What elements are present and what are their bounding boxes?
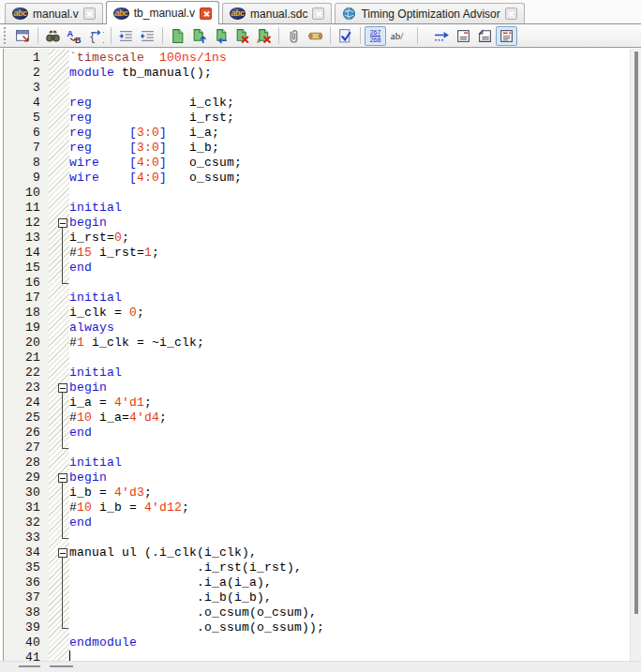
line-number: 38: [0, 605, 46, 620]
replace-button[interactable]: A B: [64, 26, 85, 46]
fold-guide-line: [62, 575, 63, 590]
braces-arrow-icon: { }: [88, 28, 104, 44]
code-line[interactable]: 13i_rst=0;: [0, 231, 630, 246]
fold-guide-line: [62, 605, 63, 620]
page-back-button[interactable]: [210, 26, 231, 46]
grip-dash: [50, 665, 73, 667]
code-line[interactable]: 9wire [4:0] o_ssum;: [0, 171, 630, 186]
code-line[interactable]: 25#10 i_a=4'd4;: [0, 411, 630, 426]
code-line[interactable]: 29begin: [0, 470, 630, 485]
code-line[interactable]: 19always: [0, 321, 630, 336]
attach-button[interactable]: [283, 26, 305, 46]
code-line[interactable]: 20#1 i_clk = ~i_clk;: [0, 336, 630, 351]
code-text: .i_b(i_b),: [69, 590, 630, 605]
code-line[interactable]: 40endmodule: [0, 635, 630, 650]
insert-page-button[interactable]: [167, 26, 188, 46]
tab-close-icon[interactable]: [200, 7, 212, 20]
code-line[interactable]: 22initial: [0, 366, 630, 381]
fold-toggle-icon[interactable]: [58, 473, 67, 483]
code-line[interactable]: 4reg i_clk;: [0, 96, 630, 111]
line-numbers-toggle[interactable]: 267 268: [365, 26, 386, 46]
code-line[interactable]: 10: [0, 186, 630, 201]
code-line[interactable]: 11initial: [0, 201, 630, 216]
line-number: 21: [0, 351, 46, 366]
find-button[interactable]: [42, 26, 64, 46]
goto-brace-button[interactable]: { }: [85, 26, 107, 46]
tab-close-icon[interactable]: [83, 7, 96, 20]
open-in-window-button[interactable]: [12, 26, 34, 46]
line-number: 34: [0, 545, 46, 560]
code-line[interactable]: 7reg [3:0] i_b;: [0, 141, 630, 156]
grip-dash: [19, 665, 40, 667]
fold-cell: [46, 620, 69, 635]
code-line[interactable]: 34manual ul (.i_clk(i_clk),: [0, 545, 630, 560]
code-line[interactable]: 27: [0, 441, 630, 455]
code-line[interactable]: 3: [0, 81, 630, 96]
tab-manual-sdc[interactable]: abc manual.sdc: [222, 3, 332, 23]
code-line[interactable]: 31#10 i_b = 4'd12;: [0, 500, 630, 515]
code-line[interactable]: 39 .o_ssum(o_ssum));: [0, 620, 630, 635]
view-folded-document-button[interactable]: [474, 26, 496, 46]
fold-toggle-icon[interactable]: [58, 548, 67, 558]
tab-manual-v[interactable]: abc manual.v: [5, 3, 103, 23]
trace-arrow-button[interactable]: [431, 26, 453, 46]
vertical-scrollbar-thumb[interactable]: [634, 52, 638, 614]
fold-guide-corner: [62, 276, 68, 284]
code-line[interactable]: 28initial: [0, 455, 630, 470]
code-line[interactable]: 18i_clk = 0;: [0, 306, 630, 321]
code-line[interactable]: 38 .o_csum(o_csum),: [0, 605, 630, 620]
code-editor[interactable]: 1`timescale 100ns/1ns2module tb_manual()…: [0, 49, 630, 661]
view-document-button[interactable]: [453, 26, 474, 46]
fold-guide-line: [62, 515, 63, 530]
code-line[interactable]: 17initial: [0, 291, 630, 306]
code-line[interactable]: 36 .i_a(i_a),: [0, 575, 630, 590]
line-number: 1: [0, 51, 46, 66]
window-icon: [15, 28, 31, 44]
code-line[interactable]: 6reg [3:0] i_a;: [0, 126, 630, 141]
code-line[interactable]: 8wire [4:0] o_csum;: [0, 156, 630, 171]
delete-page-edit-button[interactable]: [253, 26, 275, 46]
code-line[interactable]: 24i_a = 4'd1;: [0, 396, 630, 411]
script-button[interactable]: [305, 26, 326, 46]
fold-cell: [46, 381, 69, 396]
code-text: end: [69, 426, 630, 441]
code-line[interactable]: 15end: [0, 261, 630, 276]
code-line[interactable]: 30i_b = 4'd3;: [0, 485, 630, 500]
code-line[interactable]: 12begin: [0, 216, 630, 231]
delete-page-button[interactable]: [231, 26, 253, 46]
code-line[interactable]: 14#15 i_rst=1;: [0, 246, 630, 261]
fold-toggle-icon[interactable]: [58, 218, 67, 228]
code-line[interactable]: 21: [0, 351, 630, 366]
code-line[interactable]: 35 .i_rst(i_rst),: [0, 560, 630, 575]
tab-close-icon[interactable]: [312, 7, 324, 20]
code-line[interactable]: 16: [0, 276, 630, 291]
code-line[interactable]: 32end: [0, 515, 630, 530]
tab-tb-manual-v[interactable]: abc tb_manual.v: [106, 1, 219, 24]
fold-toggle-icon[interactable]: [58, 383, 67, 393]
line-number: 28: [0, 455, 46, 470]
vertical-scrollbar-track[interactable]: [630, 49, 641, 661]
abbreviation-toggle[interactable]: ab/: [386, 26, 408, 46]
code-line[interactable]: 37 .i_b(i_b),: [0, 590, 630, 605]
code-line[interactable]: 26end: [0, 426, 630, 441]
code-line[interactable]: 23begin: [0, 381, 630, 396]
line-number: 24: [0, 396, 46, 411]
code-line[interactable]: 41: [0, 650, 630, 661]
code-line[interactable]: 2module tb_manual();: [0, 66, 630, 81]
indent-button[interactable]: [115, 26, 137, 46]
code-text: [69, 186, 630, 201]
view-outline-toggle[interactable]: [496, 26, 517, 46]
syntax-check-button[interactable]: [335, 26, 356, 46]
line-number: 32: [0, 515, 46, 530]
code-line[interactable]: 33: [0, 530, 630, 545]
toolbar-grip[interactable]: [4, 27, 8, 44]
code-text: [69, 530, 630, 545]
page-up-button[interactable]: [188, 26, 210, 46]
tab-label: Timing Optimization Advisor: [361, 7, 499, 21]
code-text: begin: [69, 381, 630, 396]
outdent-button[interactable]: [137, 26, 158, 46]
code-line[interactable]: 1`timescale 100ns/1ns: [0, 51, 630, 66]
tab-close-icon[interactable]: [505, 7, 517, 20]
tab-timing-optimization-advisor[interactable]: Timing Optimization Advisor: [335, 3, 524, 23]
code-line[interactable]: 5reg i_rst;: [0, 111, 630, 126]
